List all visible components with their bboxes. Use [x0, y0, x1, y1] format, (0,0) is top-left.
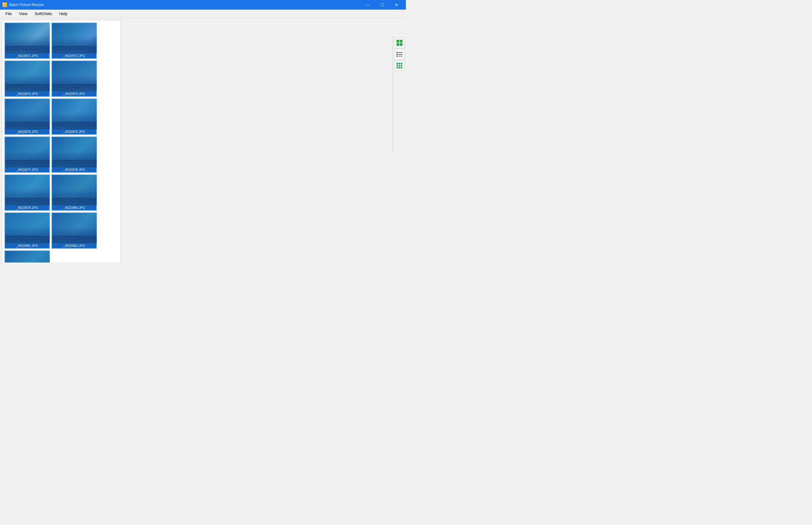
buildings-2 — [52, 35, 97, 50]
gallery-item-2[interactable]: _4022872.JPG — [51, 22, 97, 59]
svg-rect-15 — [397, 63, 398, 64]
gallery-label-12: _4022882.JPG — [52, 243, 96, 248]
svg-rect-18 — [397, 65, 398, 66]
gallery-thumb-13 — [5, 251, 50, 262]
gallery-label-6: _4022876.JPG — [52, 129, 96, 134]
gallery-thumb-10 — [52, 175, 97, 205]
menu-help[interactable]: Help — [56, 10, 71, 17]
svg-rect-22 — [399, 67, 400, 69]
gallery-item-10[interactable]: _4022880.JPG — [51, 175, 97, 211]
buildings-5 — [5, 111, 50, 126]
gallery-thumb-7 — [5, 137, 50, 167]
gallery-thumb-9 — [5, 175, 50, 205]
gallery-item-1[interactable]: _4022871.JPG — [4, 22, 50, 59]
gallery-item-4[interactable]: _4022874.JPG — [51, 61, 97, 97]
grid-view-button[interactable] — [394, 60, 405, 71]
image-gallery: _4022871.JPG _4022872.JPG _4022873.JPG _… — [2, 20, 121, 262]
minimize-button[interactable]: — — [361, 0, 374, 10]
gallery-label-5: _4022875.JPG — [5, 129, 49, 134]
svg-rect-20 — [401, 65, 402, 66]
svg-rect-21 — [397, 67, 398, 69]
svg-rect-6 — [400, 40, 402, 43]
gallery-item-7[interactable]: _4022877.JPG — [4, 136, 50, 173]
app-title: Batch Picture Resizer — [9, 3, 44, 7]
svg-rect-14 — [398, 56, 402, 56]
buildings-4 — [52, 73, 97, 88]
buildings-7 — [5, 149, 50, 164]
buildings-3 — [5, 73, 50, 88]
gallery-label-2: _4022872.JPG — [52, 53, 96, 58]
svg-rect-4 — [5, 5, 6, 6]
menu-view[interactable]: View — [16, 10, 30, 17]
gallery-label-11: _4022881.JPG — [5, 243, 49, 248]
gallery-thumb-4 — [52, 61, 97, 91]
gallery-item-13[interactable]: _4022883.JPG — [4, 251, 50, 262]
buildings-11 — [5, 225, 50, 240]
gallery-label-1: _4022871.JPG — [5, 53, 49, 58]
svg-rect-7 — [397, 43, 399, 46]
list-view-button[interactable] — [394, 49, 405, 60]
buildings-8 — [52, 149, 97, 164]
buildings-9 — [5, 187, 50, 202]
svg-rect-1 — [3, 3, 5, 4]
buildings-1 — [5, 35, 50, 50]
svg-rect-5 — [397, 40, 399, 43]
gallery-thumb-12 — [52, 213, 97, 243]
menu-file[interactable]: File — [2, 10, 15, 17]
gallery-label-7: _4022877.JPG — [5, 167, 49, 172]
svg-rect-12 — [398, 54, 402, 55]
svg-rect-11 — [397, 54, 398, 55]
gallery-thumb-6 — [52, 99, 97, 129]
menu-bar: File View SoftOrbits Help — [0, 10, 406, 18]
gallery-item-3[interactable]: _4022873.JPG — [4, 61, 50, 97]
svg-rect-9 — [397, 52, 398, 53]
gallery-section: _4022871.JPG _4022872.JPG _4022873.JPG _… — [0, 18, 406, 262]
svg-rect-16 — [399, 63, 400, 64]
menu-softorbits[interactable]: SoftOrbits — [32, 10, 55, 17]
gallery-item-9[interactable]: _4022879.JPG — [4, 175, 50, 211]
gallery-item-6[interactable]: _4022876.JPG — [51, 99, 97, 135]
gallery-thumb-2 — [52, 23, 97, 53]
gallery-label-3: _4022873.JPG — [5, 91, 49, 96]
gallery-thumb-1 — [5, 23, 50, 53]
gallery-thumb-5 — [5, 99, 50, 129]
title-bar-left: Batch Picture Resizer — [2, 2, 44, 7]
gallery-item-11[interactable]: _4022881.JPG — [4, 212, 50, 249]
svg-rect-23 — [401, 67, 402, 69]
gallery-label-9: _4022879.JPG — [5, 205, 49, 210]
buildings-6 — [52, 111, 97, 126]
buildings-10 — [52, 187, 97, 202]
thumbnail-view-button[interactable] — [394, 38, 405, 48]
svg-rect-19 — [399, 65, 400, 66]
gallery-label-8: _4022878.JPG — [52, 167, 96, 172]
gallery-label-10: _4022880.JPG — [52, 205, 96, 210]
title-bar-controls: — ☐ ✕ — [361, 0, 403, 10]
gallery-item-5[interactable]: _4022875.JPG — [4, 99, 50, 135]
svg-rect-8 — [400, 43, 402, 46]
svg-rect-2 — [5, 3, 6, 4]
gallery-thumb-3 — [5, 61, 50, 91]
gallery-label-4: _4022874.JPG — [52, 91, 96, 96]
gallery-thumb-8 — [52, 137, 97, 167]
gallery-item-12[interactable]: _4022882.JPG — [51, 212, 97, 249]
content-area: _4022871.JPG _4022872.JPG _4022873.JPG _… — [0, 18, 406, 262]
close-button[interactable]: ✕ — [389, 0, 403, 10]
sidebar-right — [393, 36, 406, 154]
buildings-12 — [52, 225, 97, 240]
svg-rect-3 — [3, 5, 4, 6]
gallery-thumb-11 — [5, 213, 50, 243]
maximize-button[interactable]: ☐ — [375, 0, 389, 10]
svg-rect-13 — [397, 56, 398, 57]
title-bar: Batch Picture Resizer — ☐ ✕ — [0, 0, 406, 10]
svg-rect-17 — [401, 63, 402, 64]
app-icon — [2, 2, 7, 7]
svg-rect-10 — [398, 52, 402, 53]
gallery-item-8[interactable]: _4022878.JPG — [51, 136, 97, 173]
